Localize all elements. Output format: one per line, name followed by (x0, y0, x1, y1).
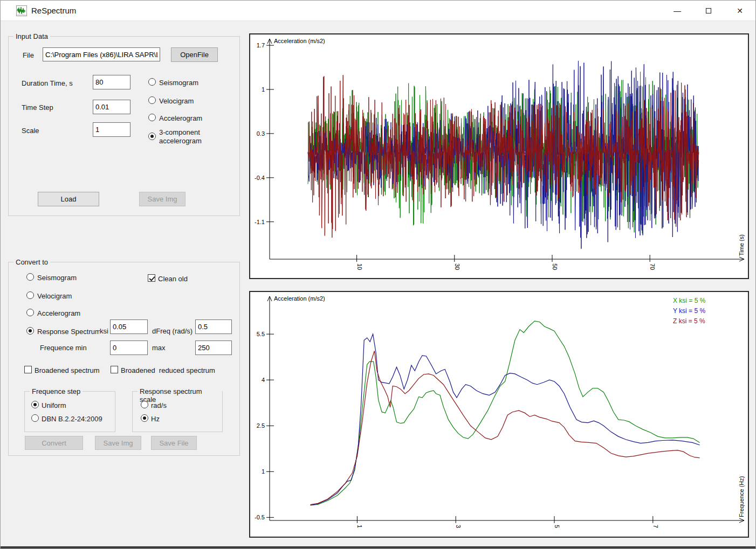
radio-input-velocigram-label[interactable]: Velocigram (159, 97, 194, 105)
svg-text:30: 30 (454, 263, 461, 270)
radio-convert-response-spectrum[interactable] (26, 327, 34, 335)
ksi-label: ksi (100, 327, 108, 335)
svg-text:Time (s): Time (s) (738, 234, 745, 256)
radio-convert-accelerogram[interactable] (26, 309, 34, 316)
radio-input-seismogram-label[interactable]: Seismogram (159, 79, 198, 87)
radio-convert-response-spectrum-label[interactable]: Response Spectrum (37, 328, 100, 336)
open-file-button[interactable]: OpenFile (171, 47, 218, 62)
svg-text:Frequence (Hz): Frequence (Hz) (738, 476, 745, 517)
radio-uniform[interactable] (31, 401, 39, 408)
svg-text:5: 5 (554, 525, 560, 528)
freq-min-input[interactable] (110, 340, 148, 355)
load-button[interactable]: Load (38, 192, 99, 206)
svg-text:Acceleration (m/s2): Acceleration (m/s2) (274, 38, 325, 44)
title-bar: ReSpectrum — ✕ (1, 1, 755, 21)
duration-time-input[interactable] (93, 75, 130, 89)
svg-text:1: 1 (356, 525, 363, 528)
time-step-label: Time Step (22, 103, 53, 112)
svg-text:-0.4: -0.4 (255, 175, 265, 181)
spectrum-scale-group-label: Response spectrum scale (138, 387, 222, 404)
freq-max-input[interactable] (195, 340, 232, 355)
svg-text:2.5: 2.5 (257, 422, 265, 429)
taskbar-edge (1, 546, 755, 548)
radio-uniform-label[interactable]: Uniform (42, 401, 66, 409)
file-label: File (23, 51, 34, 59)
svg-text:5.5: 5.5 (257, 331, 265, 337)
radio-hz-label[interactable]: Hz (151, 415, 160, 423)
radio-input-3component-label[interactable]: 3-component accelerogram (159, 128, 218, 145)
convert-save-img-button[interactable]: Save Img (95, 436, 141, 450)
app-icon (16, 5, 27, 16)
svg-text:Z ksi = 5 %: Z ksi = 5 % (673, 317, 705, 325)
convert-to-group-label: Convert to (13, 258, 50, 266)
dfreq-input[interactable] (195, 319, 232, 334)
accelerogram-chart-panel: 1.710.3-0.4-1.110305070Acceleration (m/s… (249, 33, 749, 279)
window-controls: — ✕ (662, 1, 755, 20)
file-path-input[interactable] (43, 47, 160, 61)
radio-convert-seismogram[interactable] (26, 273, 34, 281)
svg-text:-1.1: -1.1 (255, 219, 265, 225)
broadened-spectrum-label[interactable]: Broadened spectrum (35, 366, 100, 374)
input-data-group: Input Data File OpenFile Duration Time, … (8, 36, 240, 216)
frequence-step-group-label: Frequence step (30, 387, 83, 395)
radio-convert-velocigram-label[interactable]: Velocigram (37, 292, 72, 300)
radio-input-3component[interactable] (148, 133, 156, 140)
radio-convert-velocigram[interactable] (26, 291, 34, 299)
clean-old-label[interactable]: Clean old (158, 275, 188, 283)
broadened-reduced-checkbox[interactable] (111, 366, 118, 373)
app-window: ReSpectrum — ✕ Input Data File OpenFile … (0, 0, 756, 549)
frequence-step-group: Frequence step Uniform DBN B.2.2-24:2009 (24, 391, 115, 432)
radio-dbn-label[interactable]: DBN B.2.2-24:2009 (42, 415, 102, 423)
radio-dbn[interactable] (31, 414, 39, 422)
radio-convert-accelerogram-label[interactable]: Accelerogram (37, 309, 80, 317)
duration-time-label: Duration Time, s (22, 79, 73, 87)
radio-input-velocigram[interactable] (148, 96, 156, 104)
radio-rad-s-label[interactable]: rad/s (151, 401, 167, 409)
dfreq-label: dFreq (rad/s) (152, 327, 193, 335)
radio-input-accelerogram-label[interactable]: Accelerogram (159, 114, 202, 122)
minimize-button[interactable]: — (662, 1, 693, 20)
svg-text:1.7: 1.7 (257, 42, 265, 48)
response-spectrum-chart: 5.542.51-0.51357Acceleration (m/s2)Frequ… (250, 292, 748, 537)
convert-to-group: Convert to Seismogram Velocigram Acceler… (8, 262, 240, 456)
svg-text:3: 3 (455, 525, 462, 528)
svg-text:4: 4 (262, 377, 265, 383)
input-data-group-label: Input Data (13, 32, 50, 40)
svg-text:70: 70 (649, 263, 656, 270)
broadened-reduced-label[interactable]: Broadened reduced spectrum (121, 366, 215, 374)
ksi-input[interactable] (110, 319, 148, 334)
input-save-img-button[interactable]: Save Img (139, 192, 185, 206)
response-spectrum-chart-panel: 5.542.51-0.51357Acceleration (m/s2)Frequ… (249, 291, 749, 538)
freq-min-label: Frequence min (40, 344, 87, 352)
scale-input[interactable] (93, 122, 130, 137)
convert-save-file-button[interactable]: Save File (151, 436, 197, 450)
radio-rad-s[interactable] (141, 401, 148, 408)
spectrum-scale-group: Response spectrum scale rad/s Hz (132, 391, 223, 432)
svg-text:1: 1 (262, 86, 265, 93)
scale-label: Scale (22, 127, 39, 135)
convert-button[interactable]: Convert (25, 436, 83, 450)
svg-text:7: 7 (652, 525, 659, 528)
radio-input-accelerogram[interactable] (148, 114, 156, 121)
freq-max-label: max (152, 344, 166, 352)
svg-text:0.3: 0.3 (257, 130, 265, 137)
radio-convert-seismogram-label[interactable]: Seismogram (37, 274, 77, 282)
broadened-spectrum-checkbox[interactable] (24, 366, 32, 373)
svg-text:X ksi = 5 %: X ksi = 5 % (673, 297, 706, 304)
clean-old-checkbox[interactable] (148, 274, 155, 282)
svg-text:Y ksi = 5 %: Y ksi = 5 % (673, 307, 705, 315)
radio-input-seismogram[interactable] (148, 78, 156, 86)
maximize-icon (706, 8, 711, 13)
svg-text:-0.5: -0.5 (255, 514, 265, 520)
time-history-chart: 1.710.3-0.4-1.110305070Acceleration (m/s… (250, 34, 748, 278)
svg-text:10: 10 (356, 263, 363, 270)
close-button[interactable]: ✕ (724, 1, 755, 20)
window-title: ReSpectrum (31, 6, 76, 15)
svg-text:50: 50 (552, 263, 558, 270)
svg-text:Acceleration (m/s2): Acceleration (m/s2) (274, 295, 325, 302)
maximize-button[interactable] (693, 1, 724, 20)
svg-text:1: 1 (262, 468, 265, 475)
time-step-input[interactable] (93, 100, 130, 114)
radio-hz[interactable] (141, 414, 148, 422)
